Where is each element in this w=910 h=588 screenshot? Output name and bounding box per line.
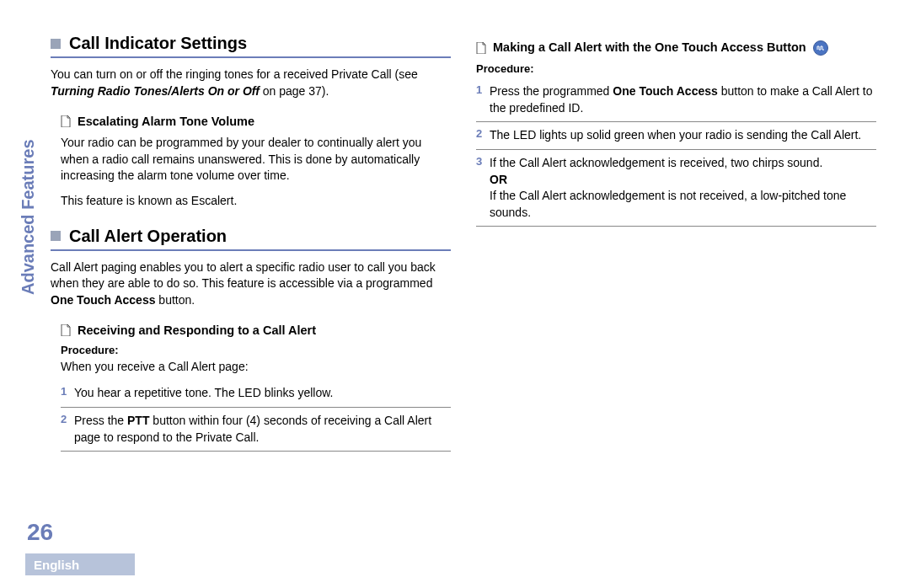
square-bullet-icon bbox=[51, 39, 61, 49]
left-column: Call Indicator Settings You can turn on … bbox=[51, 34, 451, 480]
step-text: You hear a repetitive tone. The LED blin… bbox=[74, 385, 333, 402]
steps-list: 1 You hear a repetitive tone. The LED bl… bbox=[51, 380, 451, 452]
list-item: 2 The LED lights up solid green when you… bbox=[476, 122, 876, 150]
list-item: 3 If the Call Alert acknowledgement is r… bbox=[476, 150, 876, 227]
one-touch-access-icon bbox=[813, 40, 828, 56]
square-bullet-icon bbox=[51, 231, 61, 241]
step-text: The LED lights up solid green when your … bbox=[490, 127, 861, 144]
escalert-p2: This feature is known as Escalert. bbox=[51, 193, 451, 210]
document-icon bbox=[61, 324, 71, 336]
right-column: Making a Call Alert with the One Touch A… bbox=[476, 34, 876, 480]
step-number: 1 bbox=[476, 83, 490, 116]
steps-list: 1 Press the programmed One Touch Access … bbox=[476, 78, 876, 227]
heading-escalating-alarm: Escalating Alarm Tone Volume bbox=[51, 115, 451, 128]
escalert-p1: Your radio can be programmed by your dea… bbox=[51, 135, 451, 184]
heading-receiving-responding: Receiving and Responding to a Call Alert bbox=[51, 323, 451, 337]
list-item: 2 Press the PTT button within four (4) s… bbox=[61, 408, 451, 452]
list-item: 1 Press the programmed One Touch Access … bbox=[476, 78, 876, 122]
heading-making-call-alert: Making a Call Alert with the One Touch A… bbox=[476, 40, 876, 56]
step-number: 3 bbox=[476, 155, 490, 221]
document-icon bbox=[61, 115, 71, 127]
step-text: Press the programmed One Touch Access bu… bbox=[490, 83, 876, 116]
procedure-label: Procedure: bbox=[51, 344, 451, 356]
step-number: 2 bbox=[61, 413, 74, 446]
call-alert-intro: Call Alert paging enables you to alert a… bbox=[51, 259, 451, 309]
footer-language-bar: English bbox=[25, 553, 135, 575]
list-item: 1 You hear a repetitive tone. The LED bl… bbox=[61, 380, 451, 408]
heading-call-alert-operation: Call Alert Operation bbox=[51, 227, 451, 251]
heading-call-indicator-settings: Call Indicator Settings bbox=[51, 34, 451, 58]
step-text: Press the PTT button within four (4) sec… bbox=[74, 413, 451, 446]
step-number: 2 bbox=[476, 127, 490, 144]
intro-text: You can turn on or off the ringing tones… bbox=[51, 67, 451, 99]
step-number: 1 bbox=[61, 385, 74, 402]
step-text: If the Call Alert acknowledgement is rec… bbox=[490, 155, 876, 221]
sidebar-section-label: Advanced Features bbox=[19, 139, 38, 295]
page-body: Call Indicator Settings You can turn on … bbox=[0, 0, 910, 514]
document-icon bbox=[476, 42, 486, 54]
procedure-label: Procedure: bbox=[476, 62, 876, 75]
page-number: 26 bbox=[27, 519, 53, 546]
procedure-intro: When you receive a Call Alert page: bbox=[51, 360, 451, 373]
